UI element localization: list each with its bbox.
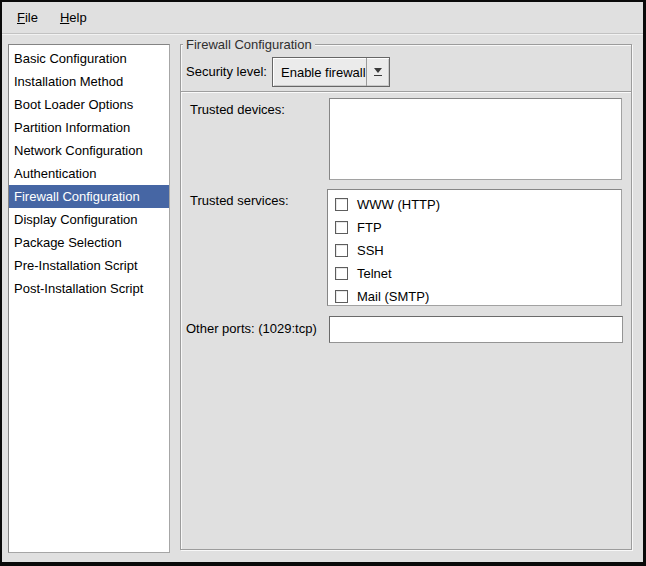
trusted-devices-label: Trusted devices: bbox=[190, 102, 285, 118]
menu-bar: File Help bbox=[2, 2, 643, 34]
service-row-telnet[interactable]: Telnet bbox=[328, 262, 621, 285]
menu-help[interactable]: Help bbox=[49, 4, 98, 31]
firewall-configuration-frame: Firewall Configuration Security level: E… bbox=[180, 44, 632, 550]
sidebar-item-basic-configuration[interactable]: Basic Configuration bbox=[9, 47, 169, 70]
checkbox-unchecked-icon[interactable] bbox=[335, 290, 348, 303]
frame-title: Firewall Configuration bbox=[183, 37, 315, 52]
other-ports-label: Other ports: (1029:tcp) bbox=[186, 321, 317, 337]
sidebar-item-authentication[interactable]: Authentication bbox=[9, 162, 169, 185]
horizontal-separator bbox=[181, 91, 631, 93]
checkbox-unchecked-icon[interactable] bbox=[335, 221, 348, 234]
sidebar-item-network-configuration[interactable]: Network Configuration bbox=[9, 139, 169, 162]
menu-file-label: ile bbox=[25, 10, 38, 25]
sidebar-item-post-installation-script[interactable]: Post-Installation Script bbox=[9, 277, 169, 300]
checkbox-unchecked-icon[interactable] bbox=[335, 267, 348, 280]
service-label: Telnet bbox=[357, 266, 392, 281]
service-label: SSH bbox=[357, 243, 384, 258]
other-ports-input[interactable] bbox=[329, 316, 623, 343]
app-window: File Help Basic Configuration Installati… bbox=[0, 0, 646, 566]
menu-file-accel: F bbox=[17, 10, 25, 25]
checkbox-unchecked-icon[interactable] bbox=[335, 198, 348, 211]
trusted-devices-list[interactable] bbox=[329, 98, 622, 180]
service-label: WWW (HTTP) bbox=[357, 197, 440, 212]
trusted-services-list: WWW (HTTP) FTP SSH Telnet Mail (SMTP) bbox=[327, 189, 622, 306]
sidebar-item-firewall-configuration[interactable]: Firewall Configuration bbox=[9, 185, 169, 208]
service-row-www-http[interactable]: WWW (HTTP) bbox=[328, 193, 621, 216]
sidebar-item-installation-method[interactable]: Installation Method bbox=[9, 70, 169, 93]
security-level-label: Security level: bbox=[186, 64, 267, 80]
service-row-ftp[interactable]: FTP bbox=[328, 216, 621, 239]
service-row-ssh[interactable]: SSH bbox=[328, 239, 621, 262]
security-level-dropdown[interactable]: Enable firewall bbox=[272, 57, 390, 87]
sidebar-item-package-selection[interactable]: Package Selection bbox=[9, 231, 169, 254]
menu-file[interactable]: File bbox=[6, 4, 49, 31]
chevron-down-icon bbox=[366, 58, 389, 86]
menu-help-label: elp bbox=[69, 10, 86, 25]
trusted-services-label: Trusted services: bbox=[190, 193, 289, 209]
sidebar-item-partition-information[interactable]: Partition Information bbox=[9, 116, 169, 139]
sidebar-item-display-configuration[interactable]: Display Configuration bbox=[9, 208, 169, 231]
sidebar-item-boot-loader-options[interactable]: Boot Loader Options bbox=[9, 93, 169, 116]
menu-help-accel: H bbox=[60, 10, 69, 25]
sidebar-item-pre-installation-script[interactable]: Pre-Installation Script bbox=[9, 254, 169, 277]
section-list: Basic Configuration Installation Method … bbox=[8, 44, 170, 553]
service-label: FTP bbox=[357, 220, 382, 235]
service-label: Mail (SMTP) bbox=[357, 289, 429, 304]
security-level-value: Enable firewall bbox=[273, 65, 366, 80]
checkbox-unchecked-icon[interactable] bbox=[335, 244, 348, 257]
service-row-mail-smtp[interactable]: Mail (SMTP) bbox=[328, 285, 621, 308]
